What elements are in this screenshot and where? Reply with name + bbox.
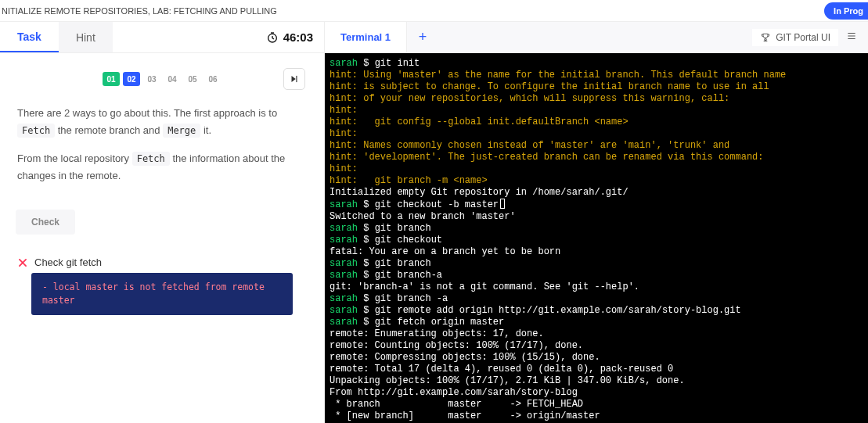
terminal-line: remote: Counting objects: 100% (17/17), … xyxy=(330,340,863,352)
step-chip-06[interactable]: 06 xyxy=(204,72,222,86)
code-fetch-2: Fetch xyxy=(132,152,170,166)
next-icon xyxy=(289,73,300,84)
trophy-icon xyxy=(760,32,771,43)
step-chip-03[interactable]: 03 xyxy=(143,72,160,86)
topbar: NITIALIZE REMOTE REPOSITORIES, LAB: FETC… xyxy=(0,0,868,22)
terminal-line: hint: xyxy=(330,163,863,175)
terminal-line: * branch master -> FETCH_HEAD xyxy=(330,399,863,410)
terminal-tabs: Terminal 1 + GIT Portal UI xyxy=(325,22,868,53)
tab-terminal-1[interactable]: Terminal 1 xyxy=(325,22,407,52)
terminal-line: Unpacking objects: 100% (17/17), 2.71 Ki… xyxy=(330,375,863,387)
terminal-cursor xyxy=(500,199,505,209)
terminal-line: hint: Names commonly chosen instead of '… xyxy=(330,140,863,152)
terminal-line: remote: Total 17 (delta 4), reused 0 (de… xyxy=(330,364,863,375)
terminal-line: sarah $ git init xyxy=(330,58,863,70)
clock-icon xyxy=(266,31,279,44)
terminal-output[interactable]: sarah $ git inithint: Using 'master' as … xyxy=(325,53,868,423)
timer-value: 46:03 xyxy=(283,30,313,44)
terminal-line: hint: xyxy=(330,105,863,117)
instruction-text: From the local repository xyxy=(17,152,132,164)
steps-row: 010203040506 xyxy=(0,53,324,97)
code-fetch: Fetch xyxy=(17,124,55,138)
check-result-row: Check git fetch xyxy=(0,241,324,273)
right-actions: GIT Portal UI xyxy=(752,22,868,52)
terminal-line: sarah $ git remote add origin http://git… xyxy=(330,305,863,317)
step-chip-02[interactable]: 02 xyxy=(123,72,140,86)
git-portal-button[interactable]: GIT Portal UI xyxy=(752,29,838,46)
step-chip-01[interactable]: 01 xyxy=(103,72,120,86)
menu-button[interactable] xyxy=(843,27,860,47)
portal-label: GIT Portal UI xyxy=(776,32,830,43)
task-tabs: Task Hint 46:03 xyxy=(0,22,324,53)
terminal-line: Initialized empty Git repository in /hom… xyxy=(330,187,863,199)
terminal-line: fatal: You are on a branch yet to be bor… xyxy=(330,246,863,258)
breadcrumb: NITIALIZE REMOTE REPOSITORIES, LAB: FETC… xyxy=(2,6,277,16)
svg-rect-1 xyxy=(296,76,297,82)
terminal-line: remote: Compressing objects: 100% (15/15… xyxy=(330,352,863,364)
add-terminal-button[interactable]: + xyxy=(407,22,438,52)
terminal-line: hint: git config --global init.defaultBr… xyxy=(330,117,863,128)
task-instructions: There are 2 ways to go about this. The f… xyxy=(0,97,324,203)
terminal-line: sarah $ git checkout -b master xyxy=(330,199,863,211)
terminal-line: sarah $ git branch -a xyxy=(330,293,863,305)
terminal-panel: Terminal 1 + GIT Portal UI sarah $ git i… xyxy=(325,22,868,423)
terminal-line: sarah $ git branch xyxy=(330,258,863,270)
terminal-line: hint: of your new repositories, which wi… xyxy=(330,93,863,105)
timer: 46:03 xyxy=(266,22,324,52)
step-chip-05[interactable]: 05 xyxy=(184,72,201,86)
terminal-line: hint: is subject to change. To configure… xyxy=(330,81,863,93)
task-panel: Task Hint 46:03 010203040506 There are 2… xyxy=(0,22,325,423)
terminal-line: hint: xyxy=(330,128,863,140)
terminal-line: git: 'branch-a' is not a git command. Se… xyxy=(330,281,863,293)
plus-icon: + xyxy=(419,29,427,45)
code-merge: Merge xyxy=(163,124,200,138)
terminal-line: remote: Enumerating objects: 17, done. xyxy=(330,328,863,340)
status-badge[interactable]: In Prog xyxy=(824,2,868,20)
check-button[interactable]: Check xyxy=(16,210,75,235)
main-layout: Task Hint 46:03 010203040506 There are 2… xyxy=(0,22,868,423)
instruction-text: the remote branch and xyxy=(58,124,163,136)
instruction-text: it. xyxy=(203,124,211,136)
check-error-message: - local master is not fetched from remot… xyxy=(31,273,293,314)
terminal-line: * [new branch] master -> origin/master xyxy=(330,410,863,422)
terminal-line: hint: 'development'. The just-created br… xyxy=(330,152,863,163)
hamburger-icon xyxy=(846,30,857,41)
terminal-line: From http://git.example.com/sarah/story-… xyxy=(330,387,863,399)
terminal-line: hint: git branch -m <name> xyxy=(330,175,863,187)
terminal-line: sarah $ git fetch origin master xyxy=(330,317,863,328)
terminal-line: sarah $ git branch-a xyxy=(330,270,863,281)
instruction-text: There are 2 ways to go about this. The f… xyxy=(17,107,277,119)
step-chip-04[interactable]: 04 xyxy=(164,72,181,86)
check-result-label: Check git fetch xyxy=(34,256,102,268)
error-x-icon xyxy=(17,257,28,268)
terminal-line: sarah $ git branch xyxy=(330,223,863,235)
next-step-button[interactable] xyxy=(283,68,305,90)
terminal-line: sarah $ git checkout xyxy=(330,235,863,246)
terminal-line: hint: Using 'master' as the name for the… xyxy=(330,70,863,81)
terminal-line: Switched to a new branch 'master' xyxy=(330,211,863,223)
tab-task[interactable]: Task xyxy=(0,22,59,52)
tab-hint[interactable]: Hint xyxy=(59,22,113,52)
